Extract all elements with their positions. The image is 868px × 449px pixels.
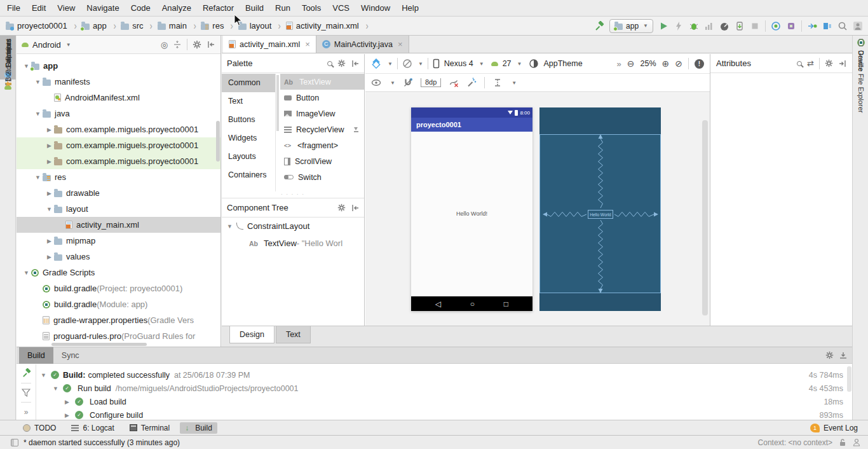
menu-item[interactable]: Window — [355, 0, 396, 16]
expand-arrow-icon[interactable]: ▶ — [44, 142, 54, 149]
palette-category[interactable]: Common — [222, 74, 275, 92]
expand-arrow-icon[interactable]: ▼ — [44, 206, 54, 212]
run-config-select[interactable]: app ▼ — [609, 19, 653, 33]
sdk-manager-icon[interactable] — [786, 21, 796, 31]
close-icon[interactable]: × — [398, 39, 403, 49]
breadcrumb-item[interactable]: layout › — [238, 20, 285, 32]
expand-arrow-icon[interactable]: ▼ — [227, 223, 236, 230]
default-margin-select[interactable]: 8dp — [421, 78, 441, 87]
expand-arrow-icon[interactable]: ▶ — [44, 158, 54, 165]
device-select[interactable]: Nexus 4 — [444, 59, 473, 68]
expand-arrow-icon[interactable]: ▼ — [33, 79, 43, 85]
tool-window-button[interactable]: Device File Explorer — [853, 36, 868, 116]
collapse-all-icon[interactable] — [173, 40, 182, 49]
expand-arrow-icon[interactable]: ▶ — [65, 399, 75, 405]
palette-item[interactable]: RecyclerView — [280, 121, 364, 137]
tool-window-button[interactable]: 2: Favorites — [0, 36, 16, 92]
tool-window-toggle-icon[interactable] — [11, 439, 18, 446]
tree-row[interactable]: ▶ com.example.miguels.proyecto0001 — [17, 153, 220, 169]
palette-item[interactable]: Button — [280, 90, 364, 106]
download-icon[interactable] — [353, 127, 359, 133]
search-icon[interactable] — [797, 61, 802, 66]
palette-category[interactable]: Containers — [222, 166, 275, 184]
scrollbar[interactable] — [702, 120, 708, 315]
menu-item[interactable]: Help — [396, 0, 424, 16]
clear-constraints-icon[interactable] — [449, 78, 459, 88]
more-chevrons-icon[interactable]: » — [617, 59, 621, 69]
locate-icon[interactable]: ◎ — [161, 40, 168, 50]
hide-icon[interactable] — [207, 40, 215, 49]
build-row[interactable]: ▼ Run build /home/miguels/AndroidStudioP… — [37, 382, 852, 395]
tree-row[interactable]: ▶ com.example.miguels.proyecto0001 — [17, 137, 220, 153]
tree-row[interactable]: ▶ values — [17, 249, 220, 265]
tree-row[interactable]: ▶ com.example.miguels.proyecto0001 — [17, 121, 220, 137]
scrollbar[interactable] — [847, 366, 851, 392]
profile-gauge-icon[interactable] — [719, 21, 729, 31]
expand-arrow-icon[interactable]: ▼ — [53, 385, 63, 392]
error-badge[interactable]: ! — [695, 59, 704, 69]
hide-icon[interactable] — [838, 59, 846, 67]
expand-arrow-icon[interactable]: ▶ — [65, 412, 75, 418]
editor-tab[interactable]: activity_main.xml × — [223, 36, 316, 53]
apply-changes-icon[interactable] — [674, 21, 684, 31]
editor-mode-tab[interactable]: Design — [229, 326, 275, 343]
tree-row[interactable]: ▼ layout — [17, 201, 220, 217]
build-hammer-icon[interactable] — [594, 21, 604, 31]
project-view-select[interactable]: Android — [32, 40, 61, 50]
tool-window-button[interactable]: Build — [180, 422, 217, 434]
palette-item[interactable]: TextView — [280, 74, 364, 90]
hide-icon[interactable] — [839, 351, 847, 359]
breadcrumb-item[interactable]: res › — [200, 20, 237, 32]
hide-icon[interactable] — [351, 59, 359, 67]
menu-item[interactable]: Edit — [26, 0, 51, 16]
palette-category[interactable]: Text — [222, 92, 275, 111]
editor-mode-tab[interactable]: Text — [276, 326, 311, 343]
expand-arrow-icon[interactable]: ▼ — [33, 111, 43, 117]
breadcrumb-item[interactable]: src › — [120, 20, 157, 32]
gear-icon[interactable] — [337, 59, 346, 67]
tree-row[interactable]: build.gradle (Project: proyecto0001) — [17, 280, 220, 296]
event-log-button[interactable]: 1 Event Log — [810, 424, 862, 432]
tree-row[interactable]: AndroidManifest.xml — [17, 90, 220, 106]
design-canvas[interactable]: 8:00 proyecto0001 Hello World! ◁ ○ □ — [365, 93, 710, 326]
profiler-icon[interactable] — [704, 21, 714, 31]
install-run-icon[interactable] — [735, 21, 745, 31]
editor-tab[interactable]: MainActivity.java × — [316, 36, 409, 53]
scrollbar[interactable] — [51, 343, 147, 346]
palette-item[interactable]: <fragment> — [280, 137, 364, 153]
zoom-in-icon[interactable]: ⊕ — [662, 59, 670, 69]
run-icon[interactable] — [658, 21, 668, 31]
status-message[interactable]: * daemon started successfully (3 minutes… — [24, 438, 180, 447]
expand-arrow-icon[interactable]: ▶ — [44, 238, 54, 244]
menu-item[interactable]: Tools — [296, 0, 327, 16]
expand-arrow-icon[interactable]: ▼ — [41, 372, 51, 378]
palette-item[interactable]: ImageView — [280, 106, 364, 121]
rerun-build-icon[interactable] — [22, 368, 31, 378]
infer-constraints-icon[interactable] — [466, 78, 477, 88]
tree-row[interactable]: ▼ Gradle Scripts — [17, 265, 220, 280]
tree-row[interactable]: ▼ manifests — [17, 74, 220, 90]
scrollbar[interactable] — [216, 121, 220, 162]
attach-debugger-icon[interactable] — [807, 21, 817, 31]
expand-arrow-icon[interactable]: ▼ — [22, 270, 31, 276]
breadcrumb-item[interactable]: app › — [81, 20, 120, 32]
search-icon[interactable] — [327, 61, 332, 66]
splitter-handle[interactable]: · · · · · — [222, 193, 364, 197]
build-row[interactable]: ▶ Load build 18ms — [37, 395, 852, 408]
palette-category[interactable]: Widgets — [222, 129, 275, 148]
tree-row[interactable]: build.gradle (Module: app) — [17, 296, 220, 312]
tree-row[interactable]: activity_main.xml — [17, 217, 220, 233]
tree-row[interactable]: ▶ mipmap — [17, 233, 220, 249]
tree-row[interactable]: gradle-wrapper.properties (Gradle Vers — [17, 312, 220, 328]
gear-icon[interactable] — [825, 351, 834, 359]
breadcrumb-item[interactable]: main › — [157, 20, 201, 32]
menu-item[interactable]: Run — [269, 0, 296, 16]
breadcrumb-item[interactable]: activity_main.xml › — [285, 20, 372, 32]
layout-inspector-icon[interactable] — [822, 21, 832, 31]
breadcrumb-item[interactable]: proyecto0001 › — [5, 20, 81, 32]
pack-icon[interactable] — [492, 78, 503, 88]
gear-icon[interactable] — [193, 40, 201, 49]
tool-window-button[interactable]: 6: Logcat — [66, 422, 119, 434]
component-tree-row[interactable]: TextView - "Hello Worl — [222, 235, 364, 252]
menu-item[interactable]: VCS — [327, 0, 355, 16]
